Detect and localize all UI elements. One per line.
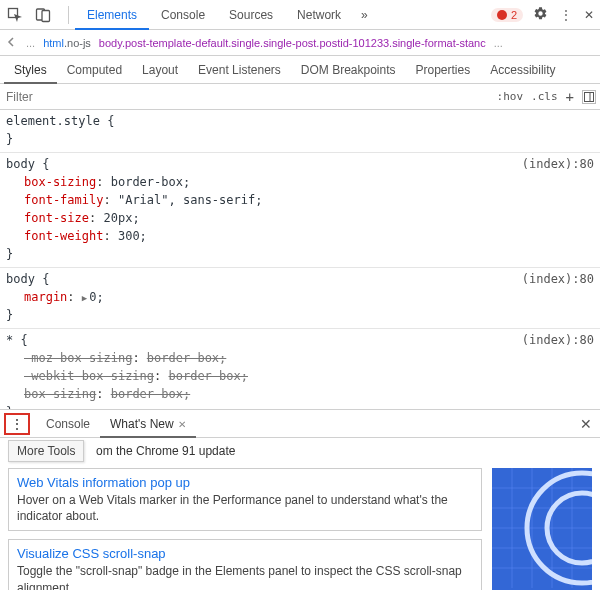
rule-selector[interactable]: element.style { (6, 112, 594, 130)
whatsnew-card[interactable]: Visualize CSS scroll-snap Toggle the "sc… (8, 539, 482, 590)
breadcrumb-html[interactable]: html.no-js (43, 37, 91, 49)
rule-selector[interactable]: * { (6, 331, 594, 349)
rule-selector[interactable]: body { (6, 270, 594, 288)
rule-selector[interactable]: body { (6, 155, 594, 173)
svg-rect-3 (585, 92, 594, 101)
new-style-rule-icon[interactable]: + (562, 89, 578, 105)
gear-icon[interactable] (533, 6, 548, 24)
styles-pane: element.style {}(index):80body {box-sizi… (0, 110, 600, 410)
close-tab-icon[interactable]: ✕ (178, 419, 186, 430)
tab-computed[interactable]: Computed (57, 56, 132, 84)
svg-rect-2 (42, 10, 50, 21)
drawer-tabs: ⋮ Console What's New✕ ✕ (0, 410, 600, 438)
drawer-tab-whatsnew[interactable]: What's New✕ (100, 410, 196, 438)
cls-toggle[interactable]: .cls (527, 90, 562, 103)
hov-toggle[interactable]: :hov (493, 90, 528, 103)
sidebar-tabs: Styles Computed Layout Event Listeners D… (0, 56, 600, 84)
css-declaration[interactable]: box-sizing: border-box; (24, 385, 594, 403)
toggle-computed-sidebar-icon[interactable] (582, 90, 596, 104)
css-declaration[interactable]: font-family: "Arial", sans-serif; (24, 191, 594, 209)
drawer-close-icon[interactable]: ✕ (580, 416, 592, 432)
whatsnew-panel: More Tools om the Chrome 91 update Web V… (0, 438, 600, 590)
error-count: 2 (511, 9, 517, 21)
card-desc: Toggle the "scroll-snap" badge in the El… (17, 563, 473, 590)
more-tools-menuitem[interactable]: More Tools (8, 440, 84, 462)
rule-source-link[interactable]: (index):80 (522, 270, 594, 288)
device-toolbar-icon[interactable] (34, 6, 52, 24)
breadcrumb-ellipsis[interactable]: ... (26, 37, 35, 49)
more-tabs-icon[interactable]: » (353, 8, 376, 22)
tab-dom-breakpoints[interactable]: DOM Breakpoints (291, 56, 406, 84)
kebab-menu-icon[interactable]: ⋮ (560, 8, 572, 22)
css-declaration[interactable]: -webkit-box-sizing: border-box; (24, 367, 594, 385)
css-rule[interactable]: (index):80body {box-sizing: border-box;f… (0, 153, 600, 268)
css-declaration[interactable]: margin: ▶0; (24, 288, 594, 306)
error-badge[interactable]: 2 (491, 8, 523, 22)
tab-styles[interactable]: Styles (4, 56, 57, 84)
css-declaration[interactable]: font-size: 20px; (24, 209, 594, 227)
tab-layout[interactable]: Layout (132, 56, 188, 84)
inspect-element-icon[interactable] (6, 6, 24, 24)
scroll-left-icon[interactable] (6, 37, 22, 49)
divider (68, 6, 69, 24)
devtools-toolbar: Elements Console Sources Network » 2 ⋮ ✕ (0, 0, 600, 30)
css-declaration[interactable]: box-sizing: border-box; (24, 173, 594, 191)
rule-source-link[interactable]: (index):80 (522, 155, 594, 173)
tab-properties[interactable]: Properties (406, 56, 481, 84)
whatsnew-card[interactable]: Web Vitals information pop up Hover on a… (8, 468, 482, 531)
breadcrumb-body[interactable]: body.post-template-default.single.single… (99, 37, 486, 49)
tab-elements[interactable]: Elements (75, 0, 149, 30)
css-rule[interactable]: element.style {} (0, 110, 600, 153)
rule-source-link[interactable]: (index):80 (522, 331, 594, 349)
tab-accessibility[interactable]: Accessibility (480, 56, 565, 84)
tab-network[interactable]: Network (285, 0, 353, 30)
styles-filter-input[interactable] (0, 84, 493, 109)
rule-close-brace: } (6, 306, 594, 324)
drawer-more-button[interactable]: ⋮ (4, 413, 30, 435)
css-rule[interactable]: (index):80body {margin: ▶0;} (0, 268, 600, 329)
dots-vertical-icon: ⋮ (10, 416, 24, 432)
card-title: Web Vitals information pop up (17, 475, 473, 490)
whatsnew-image (492, 468, 592, 590)
rule-close-brace: } (6, 130, 594, 148)
css-declaration[interactable]: -moz-box-sizing: border-box; (24, 349, 594, 367)
breadcrumb-trailing: ... (494, 37, 503, 49)
tab-console[interactable]: Console (149, 0, 217, 30)
styles-filter-bar: :hov .cls + (0, 84, 600, 110)
close-devtools-icon[interactable]: ✕ (584, 8, 594, 22)
card-desc: Hover on a Web Vitals marker in the Perf… (17, 492, 473, 524)
whatsnew-heading: om the Chrome 91 update (96, 444, 592, 458)
rule-close-brace: } (6, 245, 594, 263)
main-tabs: Elements Console Sources Network » (75, 0, 491, 30)
css-declaration[interactable]: font-weight: 300; (24, 227, 594, 245)
css-rule[interactable]: (index):80* {-moz-box-sizing: border-box… (0, 329, 600, 410)
drawer-tab-console[interactable]: Console (36, 410, 100, 438)
tab-sources[interactable]: Sources (217, 0, 285, 30)
card-title: Visualize CSS scroll-snap (17, 546, 473, 561)
dom-breadcrumb: ... html.no-js body.post-template-defaul… (0, 30, 600, 56)
tab-event-listeners[interactable]: Event Listeners (188, 56, 291, 84)
